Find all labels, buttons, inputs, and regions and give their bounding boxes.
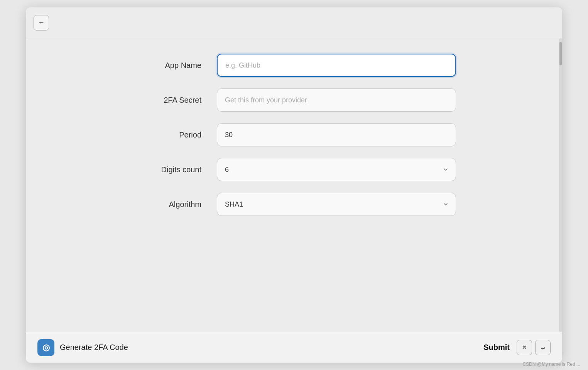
bottom-right-actions: Submit ⌘ ↵ (480, 340, 551, 355)
app-name-label: App Name (132, 61, 217, 70)
bottom-bar: ◎ Generate 2FA Code Submit ⌘ ↵ (26, 332, 562, 363)
form-container: App Name 2FA Secret Period Digits count … (101, 54, 487, 227)
secret-input[interactable] (217, 88, 456, 112)
period-input[interactable] (217, 123, 456, 146)
back-arrow-icon: ← (38, 19, 45, 27)
secret-row: 2FA Secret (132, 88, 456, 112)
digits-count-row: Digits count 6 7 8 (132, 158, 456, 181)
enter-key-badge: ↵ (535, 340, 551, 355)
digits-count-label: Digits count (132, 165, 217, 174)
period-label: Period (132, 131, 217, 139)
app-name-input[interactable] (217, 54, 456, 77)
main-content: App Name 2FA Secret Period Digits count … (26, 38, 562, 332)
cmd-key-badge: ⌘ (517, 340, 532, 355)
scrollbar-thumb (559, 42, 562, 65)
title-bar: ← (26, 7, 562, 38)
algorithm-row: Algorithm SHA1 SHA256 SHA512 (132, 193, 456, 216)
algorithm-select[interactable]: SHA1 SHA256 SHA512 (217, 193, 456, 216)
scrollbar[interactable] (559, 38, 562, 332)
app-icon: ◎ (37, 339, 54, 356)
period-row: Period (132, 123, 456, 146)
app-title: Generate 2FA Code (60, 343, 128, 352)
back-button[interactable]: ← (34, 15, 49, 31)
main-window: ← App Name 2FA Secret Period Digits coun (26, 7, 562, 363)
app-name-row: App Name (132, 54, 456, 77)
algorithm-label: Algorithm (132, 200, 217, 209)
submit-button[interactable]: Submit (480, 343, 514, 352)
watermark: CSDN @My name is Red ... (522, 362, 580, 367)
digits-count-select[interactable]: 6 7 8 (217, 158, 456, 181)
secret-label: 2FA Secret (132, 96, 217, 105)
app-icon-symbol: ◎ (42, 343, 50, 353)
